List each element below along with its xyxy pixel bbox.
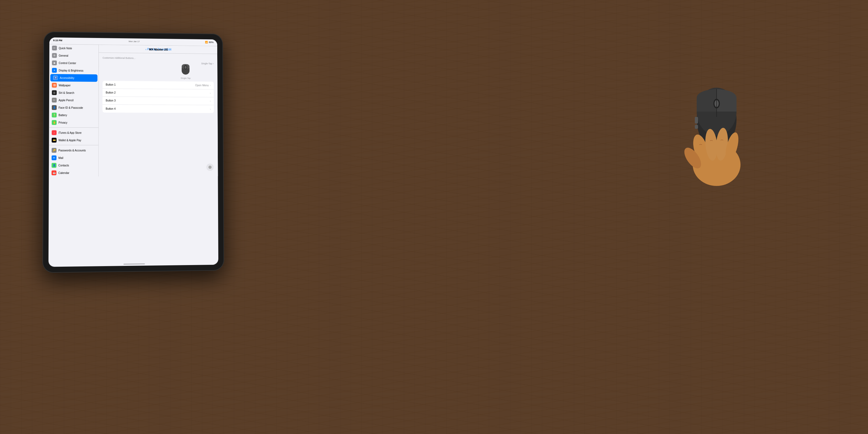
- general-icon: ⚙: [52, 53, 57, 58]
- svg-point-6: [697, 90, 737, 149]
- svg-point-7: [697, 88, 737, 135]
- mail-icon: ✉: [52, 155, 56, 160]
- button3-chevron-icon: ›: [210, 100, 211, 102]
- table-row[interactable]: Button 1 Open Menu ›: [102, 81, 214, 90]
- button1-value: Open Menu ›: [195, 84, 211, 87]
- sidebar-item-privacy[interactable]: 🤚 Privacy: [49, 119, 98, 126]
- detail-panel: ‹ Pointing Devices MX Master 2S Edit Cus…: [98, 45, 218, 177]
- customize-label: Customize Additional Buttons...: [102, 57, 214, 60]
- button3-value: ›: [210, 100, 211, 102]
- sidebar-item-wallpaper[interactable]: 🖼 Wallpaper: [49, 82, 98, 89]
- faceid-icon: 👤: [52, 105, 57, 110]
- pencil-icon: ✏: [52, 98, 57, 102]
- back-chevron-icon: ‹: [146, 48, 147, 51]
- wallpaper-icon: 🖼: [52, 83, 57, 88]
- ipad-screen: 9:15 PM Mon Jan 17 📶 80% Settings ✏ Quic…: [48, 37, 218, 267]
- sidebar-item-control-center[interactable]: ◉ Control Center: [50, 59, 99, 67]
- wifi-icon: 📶: [205, 41, 208, 43]
- calendar-icon: 📅: [52, 170, 56, 175]
- status-date: Mon Jan 17: [129, 40, 140, 42]
- hand-mouse-photo: [687, 74, 820, 234]
- sidebar-label-mail: Mail: [58, 156, 63, 159]
- svg-point-13: [693, 144, 741, 186]
- button1-chevron-icon: ›: [210, 84, 211, 87]
- sidebar-label-pencil: Apple Pencil: [58, 98, 73, 101]
- sidebar-label-quick-note: Quick Note: [59, 47, 72, 50]
- sidebar-item-general[interactable]: ⚙ General: [50, 52, 98, 60]
- table-row[interactable]: Button 3 ›: [102, 97, 214, 105]
- hand-illustration: [679, 96, 754, 189]
- svg-point-9: [714, 100, 719, 107]
- button-list: Button 1 Open Menu › Button 2 ›: [102, 81, 214, 113]
- button2-chevron-icon: ›: [210, 92, 211, 95]
- button1-value-text: Open Menu: [195, 84, 209, 87]
- status-right: 📶 80%: [205, 41, 214, 43]
- table-row[interactable]: Button 2 ›: [102, 89, 214, 97]
- button4-chevron-icon: ›: [210, 107, 211, 111]
- sidebar-item-quick-note[interactable]: ✏ Quick Note: [50, 44, 98, 52]
- button4-value: ›: [210, 107, 211, 111]
- split-view: ✏ Quick Note ⚙ General ◉ Control Center …: [49, 44, 218, 177]
- sidebar-item-pencil[interactable]: ✏ Apple Pencil: [49, 96, 98, 104]
- sidebar-label-calendar: Calendar: [58, 171, 69, 174]
- sidebar-item-passwords[interactable]: 🔑 Passwords & Accounts: [49, 147, 98, 154]
- sidebar-label-faceid: Face ID & Passcode: [58, 106, 83, 109]
- sidebar-label-display: Display & Brightness: [59, 69, 84, 72]
- svg-point-16: [715, 127, 730, 161]
- single-tap-value: Single-Tap ›: [193, 62, 214, 65]
- sidebar: ✏ Quick Note ⚙ General ◉ Control Center …: [49, 44, 99, 177]
- sidebar-label-accessibility: Accessibility: [60, 76, 74, 79]
- sidebar-label-contacts: Contacts: [58, 164, 69, 167]
- svg-point-8: [713, 99, 720, 108]
- sidebar-item-accessibility[interactable]: ♿ Accessibility: [50, 74, 97, 82]
- svg-rect-11: [695, 117, 698, 124]
- ipad-device: 9:15 PM Mon Jan 17 📶 80% Settings ✏ Quic…: [42, 32, 224, 273]
- table-row[interactable]: Button 4 ›: [102, 105, 214, 113]
- button2-label: Button 2: [106, 91, 116, 94]
- sidebar-item-battery[interactable]: 🔋 Battery: [49, 111, 98, 119]
- detail-content: Customize Additional Buttons...: [98, 53, 218, 177]
- control-center-icon: ◉: [52, 61, 57, 65]
- sidebar-item-siri[interactable]: ◎ Siri & Search: [49, 89, 98, 97]
- passwords-icon: 🔑: [52, 148, 56, 153]
- svg-point-18: [681, 145, 704, 171]
- detail-title: MX Master 2S: [149, 48, 168, 51]
- sidebar-label-privacy: Privacy: [58, 121, 67, 124]
- itunes-icon: ♪: [52, 130, 57, 135]
- sidebar-item-contacts[interactable]: 👤 Contacts: [49, 161, 98, 169]
- button1-label: Button 1: [106, 83, 116, 86]
- svg-rect-12: [695, 125, 698, 129]
- accessibility-icon: ♿: [53, 75, 58, 80]
- svg-point-14: [690, 133, 711, 164]
- sidebar-item-mail[interactable]: ✉ Mail: [49, 154, 98, 161]
- mouse-device: [687, 74, 746, 154]
- sidebar-item-faceid[interactable]: 👤 Face ID & Passcode: [49, 104, 98, 112]
- status-time: 9:15 PM: [53, 39, 62, 42]
- scroll-button-inner: [209, 166, 212, 169]
- button3-label: Button 3: [106, 99, 116, 102]
- button4-label: Button 4: [106, 107, 116, 110]
- siri-icon: ◎: [52, 90, 57, 95]
- sidebar-label-passwords: Passwords & Accounts: [58, 149, 86, 152]
- sidebar-item-display[interactable]: ☀ Display & Brightness: [49, 67, 98, 74]
- sidebar-label-battery: Battery: [58, 114, 67, 117]
- sidebar-item-wallet[interactable]: 💳 Wallet & Apple Pay: [49, 136, 98, 144]
- sidebar-label-wallet: Wallet & Apple Pay: [58, 138, 81, 142]
- privacy-icon: 🤚: [52, 120, 57, 125]
- display-icon: ☀: [52, 68, 57, 73]
- mouse-illustration: [180, 62, 191, 76]
- button2-value: ›: [210, 92, 211, 95]
- battery-icon: 🔋: [52, 113, 57, 117]
- sidebar-label-control-center: Control Center: [59, 61, 76, 65]
- sidebar-label-general: General: [59, 54, 68, 57]
- wallet-icon: 💳: [52, 138, 57, 143]
- sidebar-label-wallpaper: Wallpaper: [59, 84, 71, 87]
- quick-note-icon: ✏: [52, 46, 57, 51]
- single-tap-label: Single-Tap: [181, 77, 190, 80]
- sidebar-item-calendar[interactable]: 📅 Calendar: [49, 169, 98, 177]
- sidebar-label-itunes: iTunes & App Store: [58, 131, 82, 134]
- sidebar-label-siri: Siri & Search: [59, 91, 74, 94]
- battery-indicator: 80%: [209, 41, 214, 43]
- sidebar-item-itunes[interactable]: ♪ iTunes & App Store: [49, 129, 98, 136]
- contacts-icon: 👤: [52, 163, 56, 167]
